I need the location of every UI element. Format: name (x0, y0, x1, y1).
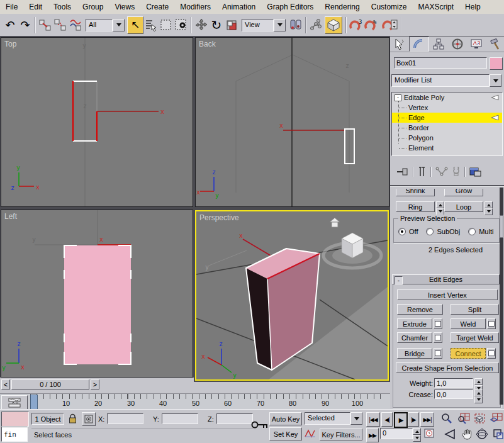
arc-rotate-icon[interactable] (475, 427, 489, 440)
spinner-snap-icon[interactable] (381, 17, 399, 33)
zoom-icon[interactable] (440, 412, 454, 425)
object-name-field[interactable]: Box01 (394, 57, 487, 69)
remove-button[interactable]: Remove (397, 304, 443, 315)
radio-subobj[interactable] (426, 228, 434, 235)
panel-scrollbar-thumb[interactable] (500, 215, 503, 238)
dropdown-arrow-icon[interactable] (490, 74, 501, 87)
loop-spinner[interactable] (484, 201, 493, 212)
undo-icon[interactable]: ↶ (3, 17, 18, 33)
box-left-face[interactable] (64, 245, 131, 364)
next-frame-button[interactable]: |▶ (408, 412, 419, 427)
menu-create[interactable]: Create (140, 1, 174, 13)
track-slider-thumb[interactable] (30, 395, 38, 410)
time-configuration-icon[interactable] (424, 428, 437, 439)
weight-spinner[interactable] (474, 378, 483, 388)
stack-item-polygon[interactable]: Polygon (392, 133, 502, 143)
tab-display[interactable] (467, 36, 486, 52)
percent-snap-icon[interactable]: % (364, 17, 381, 33)
unlink-icon[interactable] (53, 17, 68, 33)
field-of-view-icon[interactable] (444, 427, 457, 440)
select-object-button[interactable]: ↖ (127, 16, 143, 34)
chamfer-button[interactable]: Chamfer (397, 332, 432, 343)
split-button[interactable]: Split (451, 304, 499, 315)
weld-settings-button[interactable] (487, 318, 496, 329)
open-mini-curve-editor-icon[interactable] (1, 395, 28, 410)
zoom-extents-icon[interactable] (473, 412, 487, 425)
select-by-name-icon[interactable] (143, 17, 159, 33)
redo-icon[interactable]: ↷ (18, 17, 33, 33)
weight-field[interactable]: 1,0 (434, 378, 473, 388)
weld-button[interactable]: Weld (451, 318, 486, 329)
menu-tools[interactable]: Tools (48, 1, 77, 13)
menu-maxscript[interactable]: MAXScript (412, 1, 459, 13)
dropdown-arrow-icon[interactable] (113, 19, 125, 31)
bind-spacewarp-icon[interactable] (68, 17, 83, 33)
time-slider[interactable]: 0 / 100 (11, 379, 89, 390)
modifier-list-dropdown[interactable]: Modifier List (391, 74, 501, 87)
use-pivot-center-icon[interactable] (288, 17, 303, 33)
select-link-icon[interactable] (38, 17, 53, 33)
shrink-button-clipped[interactable]: Shrink (396, 189, 435, 197)
tab-modify[interactable] (409, 36, 429, 52)
dropdown-arrow-icon[interactable] (274, 19, 286, 31)
menu-customize[interactable]: Customize (366, 1, 413, 13)
show-end-result-icon[interactable] (418, 167, 427, 177)
stack-item-vertex[interactable]: Vertex (392, 103, 502, 113)
viewport-back-label[interactable]: Back (199, 40, 216, 48)
tab-hierarchy[interactable] (429, 36, 448, 52)
radio-multi[interactable] (468, 228, 476, 235)
menu-graph-editors[interactable]: Graph Editors (261, 1, 319, 13)
time-slider-next-button[interactable]: > (91, 379, 99, 390)
keyboard-shortcut-override-icon[interactable] (250, 418, 269, 432)
x-coordinate-field[interactable] (107, 413, 143, 424)
viewport-top[interactable]: y z x y x z Top (1, 37, 193, 207)
go-to-start-button[interactable]: |◀◀ (366, 412, 380, 427)
frame-spinner[interactable] (413, 428, 421, 439)
chamfer-settings-button[interactable] (434, 332, 442, 343)
viewport-perspective[interactable]: y x (195, 210, 389, 381)
stack-item-element[interactable]: Element (392, 143, 502, 153)
menu-views[interactable]: Views (109, 1, 140, 13)
default-in-out-tangents-icon[interactable] (305, 429, 317, 440)
home-icon[interactable] (330, 218, 340, 227)
stack-item-edge-selected[interactable]: Edge (392, 113, 502, 123)
time-slider-prev-button[interactable]: < (1, 379, 10, 390)
angle-snap-icon[interactable]: 3 (349, 17, 364, 33)
edit-edges-header[interactable]: - Edit Edges (392, 274, 500, 284)
selection-lock-icon[interactable] (68, 413, 78, 425)
loop-button[interactable]: Loop (444, 201, 483, 212)
create-shape-button[interactable]: Create Shape From Selection (396, 362, 499, 373)
zoom-extents-all-icon[interactable] (490, 412, 503, 425)
extrude-button[interactable]: Extrude (397, 318, 432, 329)
selection-filter-dropdown[interactable]: All (86, 19, 125, 31)
radio-off[interactable] (398, 228, 406, 235)
tab-utilities[interactable] (486, 36, 504, 52)
insert-vertex-button[interactable]: Insert Vertex (397, 289, 498, 300)
window-crossing-icon[interactable] (174, 17, 189, 33)
previous-frame-button[interactable]: ◀| (381, 412, 393, 427)
pin-stack-icon[interactable] (396, 167, 409, 177)
maxscript-mini-listener[interactable]: fin (1, 427, 28, 442)
viewport-left[interactable]: y x z y x Left (1, 210, 193, 378)
ring-button[interactable]: Ring (396, 201, 435, 212)
viewport-perspective-label[interactable]: Perspective (199, 213, 239, 222)
track-ruler[interactable]: 0 10 20 30 40 50 60 70 80 90 100 (28, 394, 390, 410)
selected-filter-dropdown[interactable]: Selected (305, 412, 362, 425)
z-coordinate-field[interactable] (216, 413, 253, 424)
select-manipulate-icon[interactable] (308, 17, 323, 33)
make-unique-icon[interactable] (435, 167, 448, 177)
play-button[interactable]: ▶ (394, 412, 408, 428)
bridge-button[interactable]: Bridge (397, 348, 432, 359)
dropdown-arrow-icon[interactable] (350, 412, 362, 425)
key-filters-button[interactable]: Key Filters... (320, 429, 362, 440)
tab-motion[interactable] (448, 36, 467, 52)
connect-button-active[interactable]: Connect (451, 348, 486, 359)
reference-coordinate-dropdown[interactable]: View (242, 19, 286, 31)
crease-spinner[interactable] (474, 390, 483, 399)
viewport-left-label[interactable]: Left (4, 212, 17, 221)
menu-rendering[interactable]: Rendering (319, 1, 365, 13)
bridge-settings-button[interactable] (434, 348, 442, 359)
current-frame-field[interactable]: 0 (380, 428, 413, 439)
menu-file[interactable]: File (0, 1, 23, 13)
crease-field[interactable]: 0,0 (434, 390, 473, 399)
